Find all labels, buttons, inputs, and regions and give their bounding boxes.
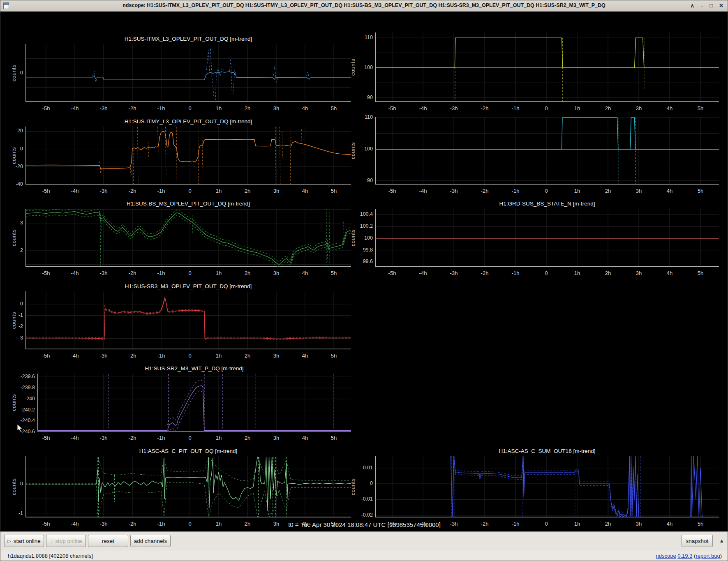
x-tick-label: -2h [472, 188, 497, 194]
x-tick-label: 4h [657, 270, 682, 276]
series-trace [282, 131, 282, 158]
title-bar[interactable]: ndscope: H1:SUS-ITMX_L3_OPLEV_PIT_OUT_DQ… [0, 0, 728, 12]
x-tick-label: 2h [235, 188, 260, 194]
ndscope-window: ndscope: H1:SUS-ITMX_L3_OPLEV_PIT_OUT_DQ… [0, 0, 728, 561]
reset-button[interactable]: reset [88, 535, 128, 547]
series-trace [25, 72, 351, 80]
x-tick-label: -1h [503, 521, 528, 527]
y-tick-label: 2 [0, 247, 23, 253]
expand-panel-icon[interactable]: ▲ [719, 538, 724, 544]
plot-canvas-grd-sus-itmx[interactable] [375, 32, 719, 102]
series-trace [25, 131, 351, 169]
stop-icon: □ [50, 538, 53, 543]
x-tick-label: 0 [534, 105, 559, 111]
series-trace [25, 214, 351, 267]
version-link[interactable]: 0.19.3 [677, 553, 692, 559]
stop-online-button[interactable]: □ stop online [46, 535, 86, 547]
x-tick-label: -4h [411, 270, 435, 276]
x-tick-label: -5h [34, 435, 58, 441]
snapshot-button[interactable]: snapshot [682, 535, 713, 547]
x-tick-label: 4h [293, 270, 317, 276]
plot-canvas-grd-sus-bs-state[interactable] [375, 209, 719, 267]
x-tick-label: 0 [534, 521, 559, 527]
x-tick-label: 3h [264, 105, 289, 111]
y-axis-label-sus-bs-m3-oplev-pit: counts [11, 225, 17, 250]
plot-canvas-sus-bs-m3-oplev-pit[interactable] [25, 209, 351, 267]
series-trace [290, 127, 291, 185]
x-tick-label: -1h [149, 353, 173, 359]
x-tick-label: -2h [120, 521, 145, 527]
x-tick-label: -4h [411, 188, 435, 194]
x-tick-label: 0 [178, 105, 202, 111]
x-tick-label: -3h [91, 435, 116, 441]
x-tick-label: -5h [380, 188, 404, 194]
window-controls: ∧ – □ ✕ [690, 2, 723, 9]
x-tick-label: 3h [626, 270, 651, 276]
y-tick-label: 0 [0, 481, 23, 487]
start-online-button[interactable]: ▷ start online [4, 535, 44, 547]
x-tick-label: 2h [596, 521, 620, 527]
series-trace [99, 162, 102, 174]
x-tick-label: 5h [688, 188, 713, 194]
plot-canvas-sus-sr3-m3-oplev-pit[interactable] [25, 291, 351, 349]
x-tick-label: 3h [264, 521, 289, 527]
x-tick-label: 1h [206, 435, 231, 441]
report-bug-link[interactable]: report bug [696, 553, 720, 559]
x-tick-label: 3h [264, 435, 289, 441]
series-trace [302, 129, 302, 156]
plot-canvas-asc-as-c-pit[interactable] [25, 456, 351, 517]
series-trace [326, 209, 328, 267]
y-tick-label: -240.4 [6, 418, 35, 423]
status-bar: h1daqnds1:8088 [402208 channels] ndscope… [0, 550, 728, 561]
series-trace [25, 457, 351, 483]
minimize-icon[interactable]: – [700, 2, 703, 9]
x-tick-label: -5h [34, 188, 58, 194]
plot-canvas-asc-as-c-sum-out16[interactable] [375, 456, 719, 517]
x-tick-label: 4h [293, 435, 317, 441]
add-channels-button[interactable]: add channels [130, 535, 171, 547]
x-tick-label: 1h [206, 105, 231, 111]
series-trace [451, 456, 639, 517]
x-tick-label: 1h [565, 188, 589, 194]
x-tick-label: -3h [91, 521, 116, 527]
x-tick-label: 2h [596, 105, 620, 111]
plot-canvas-sus-itmx-l3-oplev-pit[interactable] [25, 44, 351, 102]
shade-icon[interactable]: ∧ [690, 2, 694, 9]
x-tick-label: 0 [534, 270, 559, 276]
x-tick-label: -3h [91, 105, 116, 111]
series-trace [206, 48, 225, 102]
x-tick-label: 3h [264, 270, 289, 276]
x-tick-label: 2h [235, 270, 260, 276]
x-tick-label: -5h [34, 353, 58, 359]
x-tick-label: 4h [657, 521, 682, 527]
y-tick-label: 20 [0, 128, 23, 134]
plot-canvas-sus-sr2-m3-wit-p[interactable] [37, 374, 351, 432]
series-trace [133, 127, 133, 185]
x-tick-label: 1h [206, 270, 231, 276]
maximize-icon[interactable]: □ [710, 2, 713, 9]
x-tick-label: 2h [235, 435, 260, 441]
series-trace [230, 59, 236, 94]
x-tick-label: 1h [565, 270, 589, 276]
series-trace [166, 127, 166, 176]
plot-canvas-sus-itmy-l3-oplev-pit[interactable] [25, 127, 351, 185]
series-trace [25, 209, 351, 262]
toolbar: ▷ start online □ stop online reset add c… [0, 531, 728, 550]
ndscope-link[interactable]: ndscope [656, 553, 676, 559]
plot-title-sus-itmy-l3-oplev-pit: H1:SUS-ITMY_L3_OPLEV_PIT_OUT_DQ [m-trend… [25, 118, 351, 125]
series-trace [451, 458, 639, 517]
x-tick-label: -4h [62, 435, 87, 441]
version-links: ndscope 0.19.3 (report bug) [656, 553, 722, 559]
close-icon[interactable]: ✕ [719, 2, 723, 9]
plot-grid: t0 = Tue Apr 30 2024 18:08:47 UTC [13985… [0, 12, 728, 531]
y-tick-label: -1 [0, 312, 23, 318]
x-tick-label: -2h [120, 270, 145, 276]
x-tick-label: 0 [178, 353, 202, 359]
plot-canvas-grd-sus-itmy[interactable] [375, 117, 719, 185]
x-tick-label: -3h [441, 188, 466, 194]
x-tick-label: -4h [62, 105, 87, 111]
series-trace [138, 127, 138, 185]
x-tick-label: -3h [441, 105, 466, 111]
x-tick-label: -2h [472, 105, 497, 111]
y-tick-label: -40 [0, 181, 23, 187]
